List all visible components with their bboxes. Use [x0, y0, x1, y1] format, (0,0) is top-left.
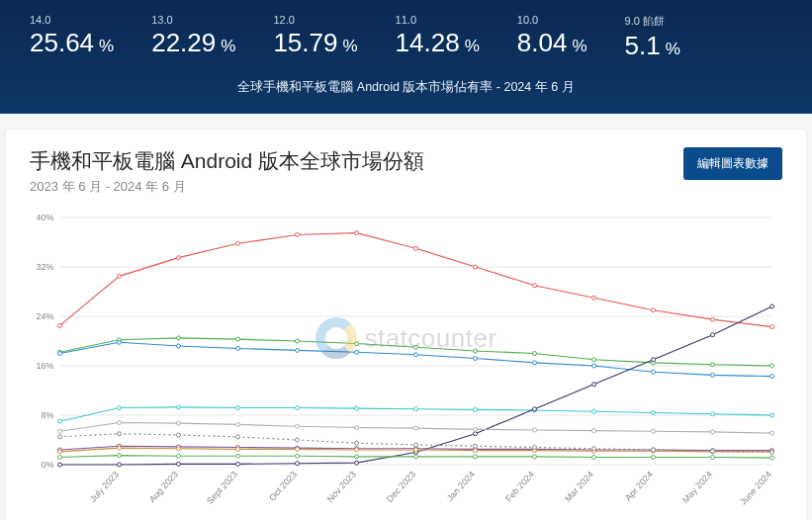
svg-point-16 — [296, 233, 300, 237]
chart-title: 手機和平板電腦 Android 版本全球市場份額 — [30, 147, 424, 175]
svg-point-125 — [592, 456, 596, 460]
stats-row: 14.0 25.64%13.0 22.29%12.0 15.79%11.0 14… — [30, 14, 782, 61]
stat-item: 12.0 15.79% — [273, 14, 357, 61]
svg-point-54 — [236, 406, 240, 410]
svg-point-40 — [177, 344, 181, 348]
svg-point-69 — [355, 461, 359, 465]
svg-point-46 — [533, 361, 537, 365]
svg-point-140 — [711, 449, 715, 453]
svg-point-34 — [592, 358, 596, 362]
svg-point-15 — [236, 241, 240, 245]
svg-point-56 — [355, 406, 359, 410]
svg-point-123 — [474, 455, 478, 459]
svg-point-121 — [355, 455, 359, 459]
svg-point-47 — [592, 364, 596, 368]
edit-chart-button[interactable]: 編輯圖表數據 — [683, 147, 782, 180]
svg-point-71 — [474, 432, 478, 436]
svg-point-84 — [474, 427, 478, 431]
hero-subtitle: 全球手機和平板電腦 Android 版本市場佔有率 - 2024 年 6 月 — [30, 79, 782, 96]
svg-text:Oct 2023: Oct 2023 — [267, 470, 299, 503]
svg-text:July 2023: July 2023 — [88, 470, 121, 504]
svg-point-18 — [414, 246, 418, 250]
svg-point-17 — [355, 231, 359, 235]
svg-point-76 — [770, 304, 774, 308]
svg-point-39 — [118, 340, 122, 344]
svg-point-82 — [355, 426, 359, 430]
svg-text:June 2024: June 2024 — [738, 470, 773, 507]
svg-point-45 — [474, 357, 478, 361]
svg-point-110 — [474, 449, 478, 453]
stat-value: 25.64% — [30, 28, 114, 58]
svg-point-29 — [296, 339, 300, 343]
svg-point-126 — [652, 456, 656, 460]
svg-point-23 — [711, 317, 715, 321]
svg-point-109 — [414, 448, 418, 452]
svg-point-104 — [118, 446, 122, 450]
svg-point-77 — [58, 429, 62, 433]
stat-value: 5.1% — [625, 31, 680, 61]
svg-point-106 — [236, 447, 240, 451]
svg-point-81 — [296, 424, 300, 428]
svg-text:32%: 32% — [36, 262, 53, 272]
stat-label: 11.0 — [396, 14, 480, 26]
hero-banner: 14.0 25.64%13.0 22.29%12.0 15.79%11.0 14… — [0, 0, 812, 114]
svg-text:Sept 2023: Sept 2023 — [205, 470, 239, 506]
svg-point-134 — [355, 441, 359, 445]
svg-point-138 — [592, 447, 596, 451]
svg-text:40%: 40% — [36, 213, 53, 222]
svg-text:May 2024: May 2024 — [680, 470, 714, 505]
svg-point-49 — [711, 373, 715, 377]
stat-value: 14.28% — [396, 28, 480, 58]
stat-item: 10.0 8.04% — [517, 14, 587, 61]
svg-point-48 — [652, 370, 656, 374]
svg-text:Mar 2024: Mar 2024 — [563, 470, 595, 504]
svg-point-133 — [296, 438, 300, 442]
stat-label: 12.0 — [273, 14, 357, 26]
chart-area: 0%8%16%24%32%40%July 2023Aug 2023Sept 20… — [30, 210, 782, 516]
svg-point-73 — [592, 383, 596, 387]
svg-point-52 — [118, 406, 122, 410]
svg-point-31 — [414, 345, 418, 349]
svg-point-36 — [711, 363, 715, 367]
svg-text:Aug 2023: Aug 2023 — [147, 470, 180, 504]
svg-point-14 — [177, 256, 181, 260]
stat-value: 15.79% — [273, 28, 357, 58]
svg-point-107 — [296, 447, 300, 451]
svg-point-118 — [177, 454, 181, 458]
svg-point-79 — [177, 421, 181, 425]
svg-point-32 — [474, 349, 478, 353]
stat-value: 8.04% — [517, 28, 587, 58]
svg-point-116 — [58, 456, 62, 460]
svg-point-21 — [592, 296, 596, 300]
svg-point-13 — [118, 274, 122, 278]
svg-text:Dec 2023: Dec 2023 — [385, 470, 417, 504]
chart-subtitle: 2023 年 6 月 - 2024 年 6 月 — [30, 178, 424, 196]
svg-point-89 — [770, 431, 774, 435]
svg-point-62 — [711, 412, 715, 416]
stat-label: 10.0 — [517, 14, 587, 26]
svg-point-122 — [414, 455, 418, 459]
svg-point-67 — [236, 462, 240, 466]
svg-point-30 — [355, 342, 359, 346]
stat-item: 9.0 餡餅 5.1% — [625, 14, 680, 61]
svg-point-22 — [652, 308, 656, 312]
svg-point-68 — [296, 462, 300, 466]
svg-point-53 — [177, 405, 181, 409]
svg-point-132 — [236, 435, 240, 439]
svg-point-20 — [533, 284, 537, 288]
svg-point-80 — [236, 422, 240, 426]
svg-point-85 — [533, 428, 537, 432]
svg-point-75 — [711, 333, 715, 337]
svg-point-139 — [652, 448, 656, 452]
svg-point-44 — [414, 353, 418, 357]
svg-point-50 — [770, 375, 774, 379]
svg-point-28 — [236, 337, 240, 341]
svg-point-42 — [296, 348, 300, 352]
svg-point-128 — [770, 456, 774, 460]
stat-item: 13.0 22.29% — [151, 14, 235, 61]
svg-point-63 — [770, 413, 774, 417]
svg-point-55 — [296, 406, 300, 410]
svg-point-24 — [770, 325, 774, 329]
svg-point-87 — [652, 429, 656, 433]
svg-point-131 — [177, 433, 181, 437]
